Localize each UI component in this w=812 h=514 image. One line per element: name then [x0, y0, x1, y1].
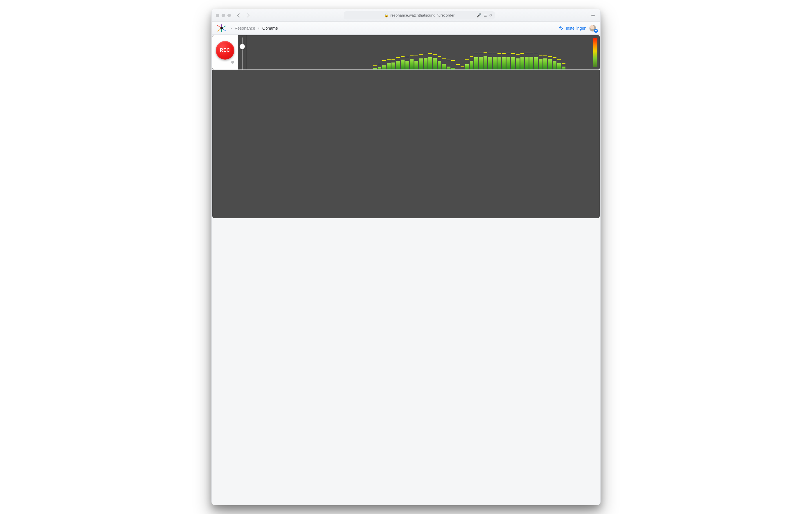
slider-thumb[interactable]: [240, 44, 245, 49]
spectrum-bar: [506, 53, 510, 70]
spectrum-bar: [470, 56, 474, 70]
chevron-right-icon: ›: [230, 26, 232, 30]
reader-icon[interactable]: ☰: [484, 13, 487, 18]
spectrum-bar: [539, 55, 543, 70]
recorder-panel: REC: [212, 35, 600, 70]
spectrum-bar: [553, 57, 556, 70]
level-meter-gradient: [593, 38, 598, 67]
breadcrumb-current: Opname: [262, 26, 278, 30]
microphone-indicator-icon[interactable]: 🎤: [476, 13, 481, 18]
spectrum-bar: [401, 56, 405, 70]
app-header: › Resonance › Opname Instellingen: [212, 22, 600, 35]
spectrum-bar: [419, 54, 423, 70]
spectrum-analyzer: [246, 35, 591, 70]
spectrum-bar: [511, 53, 515, 70]
spectrum-bar: [447, 60, 451, 70]
record-button[interactable]: REC: [216, 41, 234, 60]
spectrum-bar: [516, 54, 520, 70]
spectrum-bar: [410, 55, 414, 70]
user-menu[interactable]: [589, 25, 596, 32]
content-area: [212, 70, 600, 218]
lock-icon: 🔒: [384, 13, 388, 18]
chevron-right-icon: ›: [258, 26, 260, 30]
breadcrumb-root[interactable]: Resonance: [235, 26, 255, 30]
new-tab-button[interactable]: ＋: [590, 11, 596, 20]
spectrum-bar: [373, 65, 377, 70]
record-box: REC: [212, 35, 238, 70]
spectrum-bar: [438, 56, 441, 70]
gain-slider[interactable]: [238, 35, 246, 70]
spectrum-bar: [529, 53, 533, 70]
spectrum-bar: [557, 59, 561, 70]
spectrum-bar: [465, 59, 469, 70]
spectrum-bar: [405, 57, 409, 70]
spectrum-bar: [433, 54, 437, 70]
spectrum-bar: [534, 54, 538, 70]
spectrum-bar: [442, 58, 446, 70]
url-wrap: 🔒 resonance.watchthatsound.nl/recorder 🎤…: [253, 11, 586, 20]
settings-link[interactable]: Instellingen: [559, 26, 586, 30]
url-text: resonance.watchthatsound.nl/recorder: [390, 13, 455, 18]
browser-titlebar: 🔒 resonance.watchthatsound.nl/recorder 🎤…: [212, 9, 600, 22]
refresh-icon[interactable]: ⟳: [489, 13, 493, 18]
nav-buttons: [238, 14, 249, 17]
spectrum-bar: [392, 59, 395, 70]
chevron-down-icon: [594, 29, 598, 33]
spectrum-bar: [493, 53, 497, 70]
spectrum-bar: [562, 63, 566, 70]
spectrum-bar: [451, 60, 455, 70]
spectrum-bar: [428, 53, 432, 70]
settings-label: Instellingen: [566, 26, 586, 30]
spectrum-bar: [484, 52, 487, 70]
forward-button[interactable]: [245, 13, 250, 17]
spectrum-bar: [474, 53, 478, 70]
spectrum-bar: [525, 53, 529, 70]
spectrum-bar: [543, 55, 547, 70]
spectrum-bar: [382, 60, 386, 70]
minimize-window-icon[interactable]: [222, 13, 225, 17]
spectrum-bar: [488, 53, 492, 70]
record-button-label: REC: [220, 48, 230, 53]
window-controls[interactable]: [216, 13, 231, 17]
spectrum-bar: [479, 53, 483, 70]
svg-point-6: [221, 27, 223, 29]
spectrum-bar: [548, 56, 552, 70]
spectrum-bar: [502, 53, 505, 70]
browser-window: 🔒 resonance.watchthatsound.nl/recorder 🎤…: [211, 9, 601, 505]
spectrum-bar: [396, 57, 400, 70]
spectrum-bar: [497, 53, 501, 70]
spectrum-bar: [424, 54, 428, 70]
spectrum-bar: [387, 59, 390, 70]
record-led: [231, 61, 234, 64]
zoom-window-icon[interactable]: [227, 13, 231, 17]
spectrum-bar: [456, 64, 460, 70]
app-logo[interactable]: [216, 24, 227, 32]
close-window-icon[interactable]: [216, 13, 219, 17]
back-button[interactable]: [237, 13, 241, 17]
gear-icon: [559, 26, 563, 30]
spectrum-bar: [378, 64, 382, 70]
level-meter: [591, 35, 600, 70]
url-bar[interactable]: 🔒 resonance.watchthatsound.nl/recorder 🎤…: [344, 11, 495, 20]
spectrum-bar: [520, 53, 524, 70]
slider-track: [242, 37, 242, 70]
spectrum-bar: [414, 56, 418, 70]
spectrum-bar: [461, 66, 464, 70]
